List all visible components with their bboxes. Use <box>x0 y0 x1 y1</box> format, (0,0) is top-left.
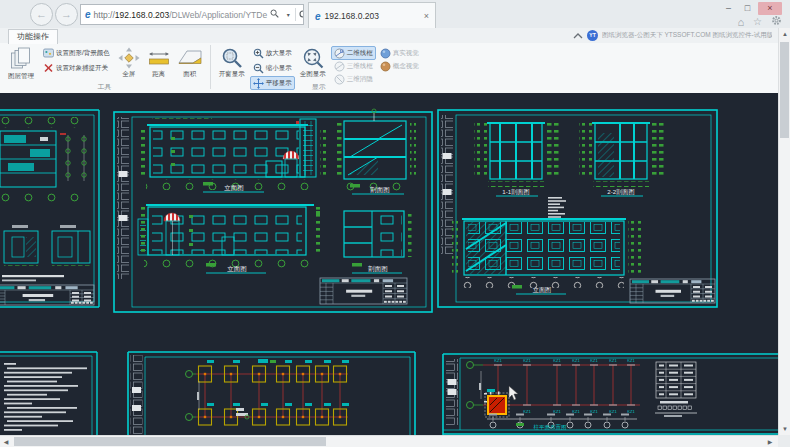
vertical-scroll-thumb[interactable] <box>780 42 789 138</box>
browser-window: ← → e http://192.168.0.203/DLWeb/Applica… <box>0 0 790 447</box>
collapse-ribbon-icon[interactable] <box>573 33 583 39</box>
url-prefix: http:// <box>94 10 115 20</box>
trial-version-text: 图纸浏览器-公图天下 YTSSOFT.COM 图纸浏览控件-试用版 <box>602 31 772 40</box>
settings-gear-icon[interactable] <box>771 15 782 28</box>
object-snap-toggle-button[interactable]: 设置对象捕捉开关 <box>40 61 113 75</box>
drawing-label: 立面图 <box>533 286 552 294</box>
cad-canvas[interactable]: 立面图剖面图立面图剖面图1-1剖面图2-2剖面图立面图KZ1KZ1KZ1KZ1K… <box>0 93 778 435</box>
group-label-display: 显示 <box>212 82 426 92</box>
scroll-up-icon[interactable]: ▲ <box>779 28 790 40</box>
color-palette-icon <box>43 48 54 58</box>
column-tag: KZ1 <box>627 409 635 414</box>
refresh-icon[interactable] <box>296 9 304 21</box>
layer-manager-button[interactable]: 图层管理 <box>4 45 38 81</box>
column-tag: KZ1 <box>572 358 580 363</box>
search-icon[interactable] <box>267 9 281 20</box>
address-bar[interactable]: e http://192.168.0.203/DLWeb/Application… <box>80 4 304 25</box>
set-background-color-button[interactable]: 设置图形/背景颜色 <box>40 46 113 60</box>
horizontal-scroll-thumb[interactable] <box>14 437 326 446</box>
ribbon: 功能操作 YT 图纸浏览器-公图天下 YTSSOFT.COM 图纸浏览控件-试用… <box>0 28 778 94</box>
zoom-out-icon <box>253 63 264 74</box>
column-tag: KZ1 <box>627 358 635 363</box>
magnifier-icon <box>221 47 243 69</box>
minimize-button[interactable]: – <box>720 2 737 15</box>
window-zoom-button[interactable]: 开窗显示 <box>216 45 248 79</box>
column-tag: KZ1 <box>572 409 580 414</box>
ie-favicon: e <box>85 9 91 20</box>
maximize-button[interactable]: □ <box>739 2 756 15</box>
column-tag: KZ1 <box>609 358 617 363</box>
measure-area-button[interactable]: 面积 <box>175 45 205 79</box>
drawing-label: 2-2剖面图 <box>607 188 635 196</box>
realistic-sphere-icon <box>380 48 391 59</box>
measure-distance-button[interactable]: 距离 <box>145 45 173 79</box>
fullscreen-arrows-icon <box>118 47 140 69</box>
zoom-in-icon <box>253 48 264 59</box>
tab-favicon: e <box>315 11 321 22</box>
vertical-scrollbar[interactable]: ▲ ▼ <box>778 28 790 435</box>
area-wedge-icon <box>178 47 202 69</box>
zoom-in-button[interactable]: 放大显示 <box>250 46 295 60</box>
scroll-left-icon[interactable]: ◀ <box>0 436 12 447</box>
drawing-label: 柱平面布置图 <box>534 424 567 431</box>
conceptual-sphere-icon <box>380 61 391 72</box>
fullscreen-button[interactable]: 全屏 <box>115 45 143 79</box>
visual-style-conceptual-button[interactable]: 概念视觉 <box>377 59 422 73</box>
drawing-label: 立面图 <box>224 184 244 191</box>
column-tag: KZ1 <box>523 409 531 414</box>
wireframe-3d-icon <box>334 61 345 72</box>
horizontal-scrollbar[interactable]: ◀ ▶ <box>0 435 778 447</box>
url-path: /DLWeb/Application/YTDe <box>169 10 267 20</box>
tab-close-icon[interactable]: × <box>424 11 429 21</box>
zoom-out-button[interactable]: 缩小显示 <box>250 61 295 75</box>
column-tag: KZ1 <box>523 358 531 363</box>
drawing-label: 1-1剖面图 <box>502 188 530 196</box>
scrollbar-corner <box>778 435 790 447</box>
wireframe-2d-icon <box>334 48 345 59</box>
brand-logo: YT <box>587 30 598 41</box>
snap-x-icon <box>43 63 54 73</box>
home-icon[interactable]: ⌂ <box>737 16 744 28</box>
address-dropdown-icon[interactable]: ▾ <box>281 11 295 18</box>
column-tag: KZ1 <box>553 409 561 414</box>
url-host: 192.168.0.203 <box>115 10 169 20</box>
drawing-label: 立面图 <box>227 265 247 272</box>
group-label-tools: 工具 <box>0 82 209 92</box>
column-tag: KZ1 <box>494 358 502 363</box>
favorites-star-icon[interactable]: ☆ <box>753 16 762 27</box>
layers-icon <box>10 47 32 71</box>
browser-chrome: ← → e http://192.168.0.203/DLWeb/Applica… <box>0 0 790 29</box>
tab-title: 192.168.0.203 <box>325 11 379 21</box>
zoom-extents-icon <box>302 47 324 69</box>
drawing-label: 剖面图 <box>369 186 390 194</box>
scroll-down-icon[interactable]: ▼ <box>779 423 790 435</box>
visual-style-2d-wireframe-button[interactable]: 二维线框 <box>331 46 376 60</box>
ribbon-group-tools: 图层管理 设置图形/背景颜色 设置对象捕捉开关 <box>0 45 209 92</box>
close-button[interactable]: × <box>758 2 782 15</box>
zoom-extents-button[interactable]: 全图显示 <box>297 45 329 79</box>
ribbon-tab-function-operations[interactable]: 功能操作 <box>8 29 58 44</box>
back-button[interactable]: ← <box>30 3 53 26</box>
column-tag: KZ1 <box>590 358 598 363</box>
scroll-right-icon[interactable]: ▶ <box>764 436 776 447</box>
browser-tab[interactable]: e 192.168.0.203 × <box>308 2 436 29</box>
column-tag: KZ1 <box>609 409 617 414</box>
ribbon-group-display: 开窗显示 放大显示 缩小显示 平移显示 <box>212 45 426 92</box>
drawing-label: 剖面图 <box>367 265 388 273</box>
column-tag: KZ1 <box>553 358 561 363</box>
visual-style-3d-wireframe-button[interactable]: 三维线框 <box>331 59 376 73</box>
visual-style-realistic-button[interactable]: 真实视觉 <box>377 46 422 60</box>
column-tag: KZ1 <box>590 409 598 414</box>
forward-button[interactable]: → <box>55 3 78 26</box>
distance-ruler-icon <box>148 47 170 69</box>
